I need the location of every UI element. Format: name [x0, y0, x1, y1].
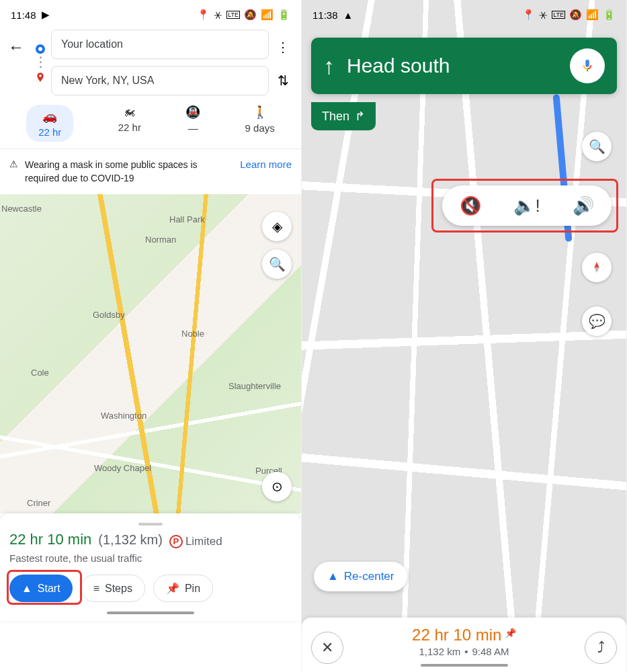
route-note: Fastest route, the usual traffic — [9, 552, 292, 564]
youtube-icon: ▶ — [42, 9, 50, 21]
pin-button[interactable]: 📌 Pin — [153, 575, 213, 602]
mode-car[interactable]: 🚗 22 hr — [26, 105, 73, 142]
place-label: Noble — [181, 329, 204, 339]
my-location-button[interactable]: ⊙ — [262, 472, 292, 501]
search-along-route-button[interactable]: 🔍 — [582, 132, 612, 161]
more-menu-icon[interactable]: ⋮ — [276, 39, 290, 55]
mode-moto-label: 22 hr — [118, 122, 141, 133]
place-label: Newcastle — [1, 204, 42, 214]
bluetooth-icon: ⚹ — [214, 9, 222, 21]
pin-label: Pin — [185, 583, 200, 595]
list-icon: ≡ — [93, 583, 99, 595]
place-label: Goldsby — [93, 310, 125, 320]
learn-more-link[interactable]: Learn more — [240, 159, 292, 170]
origin-dot-icon — [36, 44, 45, 54]
mode-transit[interactable]: 🚇 — — [185, 105, 200, 142]
search-icon: 🔍 — [589, 138, 605, 155]
travel-mode-tabs: 🚗 22 hr 🏍 22 hr 🚇 — 🚶 9 days — [0, 95, 301, 149]
gesture-bar[interactable] — [107, 612, 194, 614]
bluetooth-icon: ⚹ — [539, 9, 548, 21]
layers-icon: ◈ — [272, 218, 282, 235]
mode-motorcycle[interactable]: 🏍 22 hr — [118, 105, 141, 142]
back-button[interactable]: ← — [8, 30, 30, 56]
mode-walk[interactable]: 🚶 9 days — [245, 105, 275, 142]
sound-mute-button[interactable]: 🔇 — [442, 185, 499, 226]
navigation-banner[interactable]: ↑ Head south — [311, 38, 617, 94]
eta-top-row: 22 hr 10 min 📌 — [343, 626, 585, 644]
search-icon: 🔍 — [269, 256, 286, 272]
alerts-only-icon: 🔈! — [513, 196, 540, 216]
recenter-label: Re-center — [344, 570, 394, 583]
recenter-button[interactable]: ▲ Re-center — [314, 562, 407, 591]
place-label: Norman — [145, 235, 176, 245]
eta-duration: 22 hr 10 min — [412, 626, 501, 644]
navigate-icon: ▲ — [327, 570, 339, 583]
sound-alerts-button[interactable]: 🔈! — [499, 185, 555, 226]
signal-icon: 📶 — [586, 9, 599, 21]
close-navigation-button[interactable]: ✕ — [311, 632, 343, 664]
gesture-bar[interactable] — [421, 664, 508, 667]
swap-icon[interactable]: ⇅ — [278, 73, 289, 89]
location-icon: 📍 — [197, 9, 210, 21]
transit-icon: 🚇 — [185, 105, 200, 120]
route-distance: (1,132 km) — [98, 532, 163, 548]
voice-search-button[interactable] — [570, 48, 605, 83]
sound-on-button[interactable]: 🔊 — [555, 185, 612, 226]
alert-text: Wearing a mask in some public spaces is … — [25, 159, 233, 185]
motorcycle-icon: 🏍 — [124, 105, 136, 119]
compass-icon — [589, 260, 604, 275]
mode-walk-label: 9 days — [245, 122, 275, 134]
car-icon: 🚗 — [42, 109, 57, 124]
place-label: Slaughterville — [228, 381, 281, 391]
search-map-button[interactable]: 🔍 — [262, 249, 292, 279]
mic-icon — [580, 58, 595, 73]
status-time: 11:48 — [11, 9, 36, 21]
route-options-icon: ⤴ — [597, 639, 605, 657]
status-bar: 11:48 ▶ 📍 ⚹ LTE 🔕 📶 🔋 — [0, 0, 301, 30]
parking-label: Limited — [185, 535, 222, 548]
eta-arrival: 9:48 AM — [472, 646, 509, 657]
mute-icon: 🔕 — [569, 9, 582, 21]
sound-on-icon: 🔊 — [573, 196, 594, 216]
navigation-bottom-bar[interactable]: ✕ 22 hr 10 min 📌 1,132 km•9:48 AM ⤴ — [302, 618, 626, 672]
volte-icon: LTE — [552, 11, 565, 19]
sound-toggle-panel: 🔇 🔈! 🔊 — [442, 185, 612, 226]
route-duration: 22 hr 10 min — [9, 531, 91, 548]
origin-input[interactable]: Your location — [51, 30, 269, 59]
report-button[interactable]: 💬 — [582, 306, 612, 336]
layers-button[interactable]: ◈ — [262, 212, 292, 241]
status-bar: 11:38 ▲ 📍 ⚹ LTE 🔕 📶 🔋 — [302, 0, 626, 30]
route-dots — [34, 30, 47, 87]
phone-navigation: 11:38 ▲ 📍 ⚹ LTE 🔕 📶 🔋 ↑ Head south Then … — [302, 0, 627, 672]
mode-car-label: 22 hr — [38, 126, 61, 138]
route-summary-card[interactable]: 22 hr 10 min (1,132 km) P Limited Fastes… — [0, 513, 301, 621]
drag-handle[interactable] — [138, 523, 163, 526]
close-icon: ✕ — [321, 639, 333, 657]
steps-button[interactable]: ≡ Steps — [81, 575, 145, 602]
battery-icon: 🔋 — [603, 9, 616, 21]
direction-arrow-icon: ↑ — [323, 53, 335, 79]
crosshair-icon: ⊙ — [271, 478, 283, 495]
destination-input[interactable]: New York, NY, USA — [51, 66, 269, 95]
compass-button[interactable] — [582, 253, 612, 282]
volte-icon: LTE — [226, 11, 240, 19]
pinned-icon: 📌 — [505, 628, 516, 638]
map-preview[interactable]: Newcastle Hall Park Norman Goldsby Noble… — [0, 194, 301, 513]
next-step-badge[interactable]: Then ↱ — [311, 102, 376, 130]
then-label: Then — [322, 110, 349, 124]
location-icon: 📍 — [522, 9, 535, 21]
parking-info: P Limited — [169, 535, 222, 548]
warning-icon: ⚠ — [9, 159, 18, 169]
navigate-icon: ▲ — [22, 583, 32, 595]
start-label: Start — [38, 583, 60, 595]
parking-icon: P — [169, 535, 183, 548]
walk-icon: 🚶 — [253, 105, 267, 120]
alternate-routes-button[interactable]: ⤴ — [585, 632, 617, 664]
battery-icon: 🔋 — [278, 9, 290, 21]
phone-directions: 11:48 ▶ 📍 ⚹ LTE 🔕 📶 🔋 ← Your location Ne… — [0, 0, 302, 672]
place-label: Washington — [101, 411, 147, 421]
turn-right-icon: ↱ — [355, 109, 365, 124]
eta-distance: 1,132 km — [419, 646, 460, 657]
start-button[interactable]: ▲ Start — [9, 575, 73, 602]
pin-icon: 📌 — [166, 582, 179, 595]
